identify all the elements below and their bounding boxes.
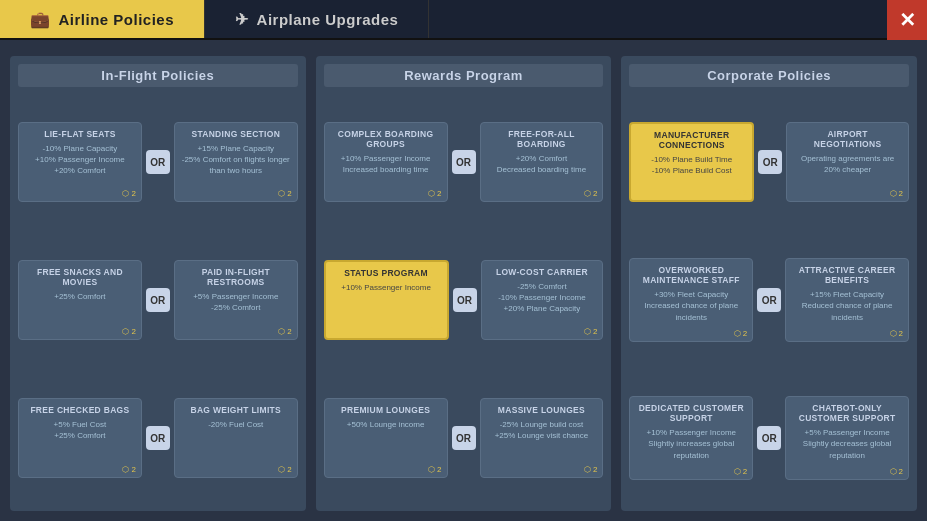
card-1-1-left-title: Status Program xyxy=(332,268,441,278)
tab-airline-policies[interactable]: 💼 Airline Policies xyxy=(0,0,205,38)
card-2-1-right-cost: ⬡ 2 xyxy=(890,329,903,338)
card-0-1-right-cost: ⬡ 2 xyxy=(278,327,291,336)
card-1-0-right-cost: ⬡ 2 xyxy=(584,189,597,198)
card-2-0-right-title: Airport Negotiations xyxy=(793,129,902,149)
coin-icon: ⬡ xyxy=(278,189,285,198)
card-0-1-right[interactable]: Paid In-Flight Restrooms+5% Passenger In… xyxy=(174,260,298,340)
card-1-2-left-effects: +50% Lounge income xyxy=(331,419,441,430)
card-0-0-left-title: Lie-flat Seats xyxy=(25,129,135,139)
card-0-1-left-effects: +25% Comfort xyxy=(25,291,135,302)
card-1-2-left-cost: ⬡ 2 xyxy=(428,465,441,474)
or-badge-2-2: OR xyxy=(757,426,781,450)
policy-column-2: Corporate PoliciesManufacturer Connectio… xyxy=(621,56,917,511)
column-title-1: Rewards Program xyxy=(324,64,604,87)
column-title-0: In-Flight Policies xyxy=(18,64,298,87)
card-0-2-right[interactable]: Bag Weight Limits-20% Fuel Cost⬡ 2 xyxy=(174,398,298,478)
coin-icon: ⬡ xyxy=(734,467,741,476)
main-content: In-Flight PoliciesLie-flat Seats-10% Pla… xyxy=(0,40,927,521)
card-0-0-left[interactable]: Lie-flat Seats-10% Plane Capacity +10% P… xyxy=(18,122,142,202)
card-1-1-left-cost: ⬡ 2 xyxy=(428,326,441,335)
card-2-2-left[interactable]: Dedicated Customer Support+10% Passenger… xyxy=(629,396,753,480)
card-1-0-left[interactable]: Complex Boarding Groups+10% Passenger In… xyxy=(324,122,448,202)
or-badge-1-1: OR xyxy=(453,288,477,312)
coin-icon: ⬡ xyxy=(122,327,129,336)
or-badge-0-1: OR xyxy=(146,288,170,312)
card-2-1-right[interactable]: Attractive Career benefits+15% Fleet Cap… xyxy=(785,258,909,342)
card-0-2-left-effects: +5% Fuel Cost +25% Comfort xyxy=(25,419,135,441)
card-1-2-left[interactable]: Premium Lounges+50% Lounge income⬡ 2 xyxy=(324,398,448,478)
coin-icon: ⬡ xyxy=(584,465,591,474)
coin-icon: ⬡ xyxy=(122,465,129,474)
card-2-2-left-cost: ⬡ 2 xyxy=(734,467,747,476)
coin-icon: ⬡ xyxy=(428,189,435,198)
card-2-1-left-title: Overworked Maintenance Staff xyxy=(636,265,746,285)
close-button[interactable]: ✕ xyxy=(887,0,927,40)
policy-row-1-0: Complex Boarding Groups+10% Passenger In… xyxy=(324,97,604,227)
card-0-2-left-title: Free Checked Bags xyxy=(25,405,135,415)
card-1-2-left-title: Premium Lounges xyxy=(331,405,441,415)
card-2-0-left-cost: ⬡ 2 xyxy=(734,188,747,197)
coin-icon: ⬡ xyxy=(278,465,285,474)
policy-row-1-2: Premium Lounges+50% Lounge income⬡ 2ORMa… xyxy=(324,373,604,503)
card-1-0-left-effects: +10% Passenger Income Increased boarding… xyxy=(331,153,441,175)
card-2-2-right[interactable]: Chatbot-only Customer Support+5% Passeng… xyxy=(785,396,909,480)
card-2-0-right-cost: ⬡ 2 xyxy=(890,189,903,198)
card-1-2-right-effects: -25% Lounge build cost +25% Lounge visit… xyxy=(487,419,597,441)
card-1-0-left-cost: ⬡ 2 xyxy=(428,189,441,198)
coin-icon: ⬡ xyxy=(890,467,897,476)
column-title-2: Corporate Policies xyxy=(629,64,909,87)
card-2-2-right-cost: ⬡ 2 xyxy=(890,467,903,476)
card-0-1-right-title: Paid In-Flight Restrooms xyxy=(181,267,291,287)
card-2-0-right-effects: Operating agreements are 20% cheaper xyxy=(793,153,902,175)
or-badge-2-0: OR xyxy=(758,150,782,174)
or-badge-0-0: OR xyxy=(146,150,170,174)
card-1-1-left[interactable]: Status Program+10% Passenger Income⬡ 2 xyxy=(324,260,449,340)
policy-row-0-0: Lie-flat Seats-10% Plane Capacity +10% P… xyxy=(18,97,298,227)
card-2-0-left[interactable]: Manufacturer Connections-10% Plane Build… xyxy=(629,122,754,202)
card-1-2-right-cost: ⬡ 2 xyxy=(584,465,597,474)
policy-row-2-0: Manufacturer Connections-10% Plane Build… xyxy=(629,97,909,227)
policy-row-0-2: Free Checked Bags+5% Fuel Cost +25% Comf… xyxy=(18,373,298,503)
card-1-1-right-cost: ⬡ 2 xyxy=(584,327,597,336)
card-0-2-right-effects: -20% Fuel Cost xyxy=(181,419,291,430)
card-2-1-left[interactable]: Overworked Maintenance Staff+30% Fleet C… xyxy=(629,258,753,342)
card-0-2-right-title: Bag Weight Limits xyxy=(181,405,291,415)
card-0-2-right-cost: ⬡ 2 xyxy=(278,465,291,474)
card-2-1-left-effects: +30% Fleet Capacity Increased chance of … xyxy=(636,289,746,323)
airplane-icon: ✈ xyxy=(235,10,249,29)
card-2-0-right[interactable]: Airport NegotiationsOperating agreements… xyxy=(786,122,909,202)
policy-column-0: In-Flight PoliciesLie-flat Seats-10% Pla… xyxy=(10,56,306,511)
tab-airplane-upgrades[interactable]: ✈ Airplane Upgrades xyxy=(205,0,429,38)
coin-icon: ⬡ xyxy=(428,326,435,335)
card-1-1-left-effects: +10% Passenger Income xyxy=(332,282,441,293)
card-0-2-left[interactable]: Free Checked Bags+5% Fuel Cost +25% Comf… xyxy=(18,398,142,478)
or-badge-2-1: OR xyxy=(757,288,781,312)
coin-icon: ⬡ xyxy=(428,465,435,474)
coin-icon: ⬡ xyxy=(278,327,285,336)
coin-icon: ⬡ xyxy=(122,189,129,198)
card-2-2-right-effects: +5% Passenger Income Slightly decreases … xyxy=(792,427,902,461)
coin-icon: ⬡ xyxy=(890,329,897,338)
policy-row-1-1: Status Program+10% Passenger Income⬡ 2OR… xyxy=(324,235,604,365)
card-1-2-right-title: Massive Lounges xyxy=(487,405,597,415)
card-0-2-left-cost: ⬡ 2 xyxy=(122,465,135,474)
card-2-1-left-cost: ⬡ 2 xyxy=(734,329,747,338)
tab-airline-label: Airline Policies xyxy=(59,11,175,28)
card-0-0-right-title: Standing Section xyxy=(181,129,291,139)
card-0-0-left-cost: ⬡ 2 xyxy=(122,189,135,198)
or-badge-1-2: OR xyxy=(452,426,476,450)
coin-icon: ⬡ xyxy=(734,188,741,197)
card-1-0-right[interactable]: Free-for-all Boarding+20% Comfort Decrea… xyxy=(480,122,604,202)
card-0-1-left-cost: ⬡ 2 xyxy=(122,327,135,336)
policy-row-2-2: Dedicated Customer Support+10% Passenger… xyxy=(629,373,909,503)
coin-icon: ⬡ xyxy=(584,327,591,336)
card-0-0-right[interactable]: Standing Section+15% Plane Capacity -25%… xyxy=(174,122,298,202)
card-0-0-left-effects: -10% Plane Capacity +10% Passenger Incom… xyxy=(25,143,135,177)
card-1-1-right[interactable]: Low-Cost Carrier-25% Comfort -10% Passen… xyxy=(481,260,604,340)
card-0-1-left-title: Free Snacks and Movies xyxy=(25,267,135,287)
coin-icon: ⬡ xyxy=(584,189,591,198)
coin-icon: ⬡ xyxy=(890,189,897,198)
card-1-2-right[interactable]: Massive Lounges-25% Lounge build cost +2… xyxy=(480,398,604,478)
policy-row-2-1: Overworked Maintenance Staff+30% Fleet C… xyxy=(629,235,909,365)
card-0-1-left[interactable]: Free Snacks and Movies+25% Comfort⬡ 2 xyxy=(18,260,142,340)
